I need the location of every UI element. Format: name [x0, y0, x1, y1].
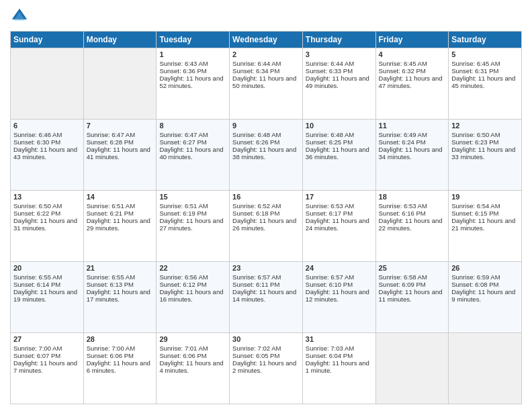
day-number: 26 — [451, 264, 519, 272]
sunset-text: Sunset: 6:05 PM — [232, 352, 300, 359]
day-number: 2 — [232, 50, 300, 58]
sunset-text: Sunset: 6:23 PM — [451, 138, 519, 146]
calendar-cell — [83, 48, 157, 120]
sunrise-text: Sunrise: 7:00 AM — [13, 345, 81, 352]
calendar-cell: 30Sunrise: 7:02 AMSunset: 6:05 PMDayligh… — [230, 333, 303, 404]
sunrise-text: Sunrise: 6:49 AM — [379, 131, 446, 138]
sunset-text: Sunset: 6:12 PM — [159, 281, 226, 288]
weekday-header: Friday — [375, 32, 449, 48]
logo — [10, 7, 32, 26]
calendar-cell: 21Sunrise: 6:55 AMSunset: 6:13 PMDayligh… — [83, 262, 157, 333]
daylight-text: Daylight: 11 hours and 34 minutes. — [379, 146, 446, 161]
calendar-cell: 11Sunrise: 6:49 AMSunset: 6:24 PMDayligh… — [375, 120, 449, 191]
day-number: 12 — [451, 122, 519, 130]
calendar-week-row: 20Sunrise: 6:55 AMSunset: 6:14 PMDayligh… — [11, 262, 522, 333]
sunset-text: Sunset: 6:06 PM — [87, 352, 154, 359]
day-number: 7 — [87, 122, 154, 130]
calendar-cell: 3Sunrise: 6:44 AMSunset: 6:33 PMDaylight… — [302, 48, 375, 120]
calendar-cell: 18Sunrise: 6:53 AMSunset: 6:16 PMDayligh… — [375, 191, 449, 262]
sunset-text: Sunset: 6:09 PM — [379, 281, 446, 288]
weekday-header: Saturday — [449, 32, 522, 48]
sunrise-text: Sunrise: 6:47 AM — [159, 131, 226, 138]
day-number: 9 — [232, 122, 300, 130]
calendar-cell: 23Sunrise: 6:57 AMSunset: 6:11 PMDayligh… — [230, 262, 303, 333]
sunset-text: Sunset: 6:34 PM — [232, 67, 300, 75]
sunrise-text: Sunrise: 6:57 AM — [232, 273, 300, 281]
calendar-cell: 8Sunrise: 6:47 AMSunset: 6:27 PMDaylight… — [157, 120, 230, 191]
daylight-text: Daylight: 11 hours and 50 minutes. — [232, 75, 300, 89]
sunset-text: Sunset: 6:21 PM — [87, 210, 154, 217]
daylight-text: Daylight: 11 hours and 29 minutes. — [87, 217, 154, 232]
sunrise-text: Sunrise: 6:54 AM — [451, 202, 519, 210]
sunrise-text: Sunrise: 6:43 AM — [159, 60, 226, 67]
sunset-text: Sunset: 6:31 PM — [451, 67, 519, 75]
sunrise-text: Sunrise: 6:44 AM — [232, 60, 300, 67]
calendar-cell: 4Sunrise: 6:45 AMSunset: 6:32 PMDaylight… — [375, 48, 449, 120]
daylight-text: Daylight: 11 hours and 1 minute. — [306, 359, 373, 374]
calendar-cell: 16Sunrise: 6:52 AMSunset: 6:18 PMDayligh… — [230, 191, 303, 262]
sunset-text: Sunset: 6:04 PM — [306, 352, 373, 359]
sunrise-text: Sunrise: 6:51 AM — [87, 202, 154, 210]
day-number: 30 — [232, 335, 300, 343]
daylight-text: Daylight: 11 hours and 6 minutes. — [87, 359, 154, 374]
calendar-week-row: 13Sunrise: 6:50 AMSunset: 6:22 PMDayligh… — [11, 191, 522, 262]
daylight-text: Daylight: 11 hours and 26 minutes. — [232, 217, 300, 232]
weekday-header: Wednesday — [230, 32, 303, 48]
daylight-text: Daylight: 11 hours and 11 minutes. — [379, 288, 446, 303]
sunset-text: Sunset: 6:27 PM — [159, 138, 226, 146]
calendar-cell: 12Sunrise: 6:50 AMSunset: 6:23 PMDayligh… — [449, 120, 522, 191]
sunrise-text: Sunrise: 6:50 AM — [13, 202, 81, 210]
calendar-cell: 28Sunrise: 7:00 AMSunset: 6:06 PMDayligh… — [83, 333, 157, 404]
sunset-text: Sunset: 6:25 PM — [306, 138, 373, 146]
sunrise-text: Sunrise: 6:53 AM — [379, 202, 446, 210]
daylight-text: Daylight: 11 hours and 17 minutes. — [87, 288, 154, 303]
calendar-cell: 24Sunrise: 6:57 AMSunset: 6:10 PMDayligh… — [302, 262, 375, 333]
calendar-cell: 26Sunrise: 6:59 AMSunset: 6:08 PMDayligh… — [449, 262, 522, 333]
sunrise-text: Sunrise: 6:48 AM — [232, 131, 300, 138]
sunset-text: Sunset: 6:32 PM — [379, 67, 446, 75]
daylight-text: Daylight: 11 hours and 7 minutes. — [13, 359, 81, 374]
daylight-text: Daylight: 11 hours and 24 minutes. — [306, 217, 373, 232]
calendar-cell: 19Sunrise: 6:54 AMSunset: 6:15 PMDayligh… — [449, 191, 522, 262]
calendar-cell: 13Sunrise: 6:50 AMSunset: 6:22 PMDayligh… — [11, 191, 84, 262]
calendar-cell: 1Sunrise: 6:43 AMSunset: 6:36 PMDaylight… — [157, 48, 230, 120]
sunrise-text: Sunrise: 6:51 AM — [159, 202, 226, 210]
calendar-table: SundayMondayTuesdayWednesdayThursdayFrid… — [10, 31, 522, 404]
calendar-header: SundayMondayTuesdayWednesdayThursdayFrid… — [11, 32, 522, 48]
sunrise-text: Sunrise: 6:55 AM — [13, 273, 81, 281]
sunset-text: Sunset: 6:30 PM — [13, 138, 81, 146]
day-number: 8 — [159, 122, 226, 130]
sunrise-text: Sunrise: 7:02 AM — [232, 345, 300, 352]
sunrise-text: Sunrise: 6:50 AM — [451, 131, 519, 138]
calendar-week-row: 1Sunrise: 6:43 AMSunset: 6:36 PMDaylight… — [11, 48, 522, 120]
sunrise-text: Sunrise: 6:53 AM — [306, 202, 373, 210]
calendar-cell: 27Sunrise: 7:00 AMSunset: 6:07 PMDayligh… — [11, 333, 84, 404]
daylight-text: Daylight: 11 hours and 16 minutes. — [159, 288, 226, 303]
day-number: 18 — [379, 193, 446, 201]
daylight-text: Daylight: 11 hours and 43 minutes. — [13, 146, 81, 161]
daylight-text: Daylight: 11 hours and 21 minutes. — [451, 217, 519, 232]
calendar-cell: 6Sunrise: 6:46 AMSunset: 6:30 PMDaylight… — [11, 120, 84, 191]
sunset-text: Sunset: 6:07 PM — [13, 352, 81, 359]
daylight-text: Daylight: 11 hours and 4 minutes. — [159, 359, 226, 374]
calendar-cell — [375, 333, 449, 404]
sunset-text: Sunset: 6:36 PM — [159, 67, 226, 75]
daylight-text: Daylight: 11 hours and 41 minutes. — [87, 146, 154, 161]
calendar-week-row: 27Sunrise: 7:00 AMSunset: 6:07 PMDayligh… — [11, 333, 522, 404]
sunset-text: Sunset: 6:26 PM — [232, 138, 300, 146]
sunset-text: Sunset: 6:24 PM — [379, 138, 446, 146]
day-number: 15 — [159, 193, 226, 201]
daylight-text: Daylight: 11 hours and 31 minutes. — [13, 217, 81, 232]
calendar-cell: 10Sunrise: 6:48 AMSunset: 6:25 PMDayligh… — [302, 120, 375, 191]
header — [10, 7, 522, 26]
daylight-text: Daylight: 11 hours and 14 minutes. — [232, 288, 300, 303]
sunrise-text: Sunrise: 6:56 AM — [159, 273, 226, 281]
day-number: 1 — [159, 50, 226, 58]
day-number: 28 — [87, 335, 154, 343]
daylight-text: Daylight: 11 hours and 36 minutes. — [306, 146, 373, 161]
daylight-text: Daylight: 11 hours and 9 minutes. — [451, 288, 519, 303]
calendar-page: SundayMondayTuesdayWednesdayThursdayFrid… — [0, 0, 532, 411]
sunset-text: Sunset: 6:10 PM — [306, 281, 373, 288]
logo-icon — [10, 7, 29, 26]
daylight-text: Daylight: 11 hours and 19 minutes. — [13, 288, 81, 303]
